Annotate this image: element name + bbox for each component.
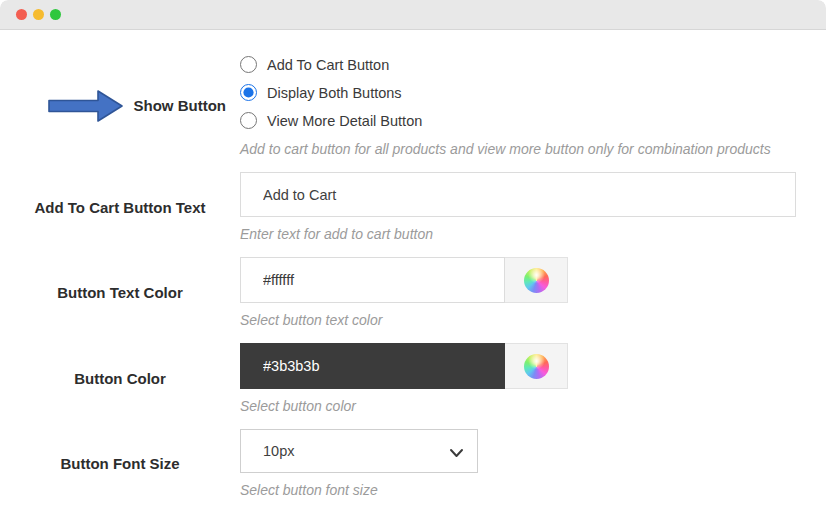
radio-display-both-label: Display Both Buttons: [267, 85, 402, 101]
settings-form: Show Button Add To Cart Button Display B…: [0, 30, 826, 498]
show-button-label-cell: Show Button: [0, 54, 240, 157]
button-color-row: Button Color Select button color: [0, 343, 796, 414]
button-font-size-help: Select button font size: [240, 482, 796, 498]
add-to-cart-text-input[interactable]: [240, 172, 796, 217]
close-button[interactable]: [16, 9, 27, 20]
button-text-color-row: Button Text Color Select button text col…: [0, 257, 796, 328]
add-to-cart-text-label: Add To Cart Button Text: [34, 199, 205, 216]
button-text-color-picker-button[interactable]: [505, 257, 568, 303]
button-text-color-label-cell: Button Text Color: [0, 257, 240, 328]
button-color-label-cell: Button Color: [0, 343, 240, 414]
add-to-cart-text-help: Enter text for add to cart button: [240, 226, 796, 242]
radio-view-more-detail-button[interactable]: View More Detail Button: [240, 112, 796, 129]
radio-add-to-cart-label: Add To Cart Button: [267, 57, 389, 73]
button-font-size-row: Button Font Size 10px Select button font…: [0, 429, 796, 498]
highlight-arrow-icon: [48, 89, 124, 123]
show-button-radio-group: Add To Cart Button Display Both Buttons …: [240, 54, 796, 129]
show-button-help-text: Add to cart button for all products and …: [240, 141, 796, 157]
titlebar: [0, 0, 826, 30]
radio-display-both-buttons[interactable]: Display Both Buttons: [240, 84, 796, 101]
button-color-label: Button Color: [74, 370, 166, 387]
button-color-group: [240, 343, 568, 389]
button-font-size-label: Button Font Size: [60, 455, 179, 472]
button-text-color-help: Select button text color: [240, 312, 796, 328]
radio-add-to-cart-input[interactable]: [240, 56, 257, 73]
add-to-cart-text-row: Add To Cart Button Text Enter text for a…: [0, 172, 796, 242]
button-font-size-select[interactable]: 10px: [240, 429, 478, 473]
add-to-cart-text-label-cell: Add To Cart Button Text: [0, 172, 240, 242]
radio-view-more-input[interactable]: [240, 112, 257, 129]
button-text-color-input[interactable]: [240, 257, 505, 303]
button-text-color-label: Button Text Color: [57, 284, 183, 301]
button-font-size-label-cell: Button Font Size: [0, 429, 240, 498]
radio-display-both-input[interactable]: [240, 84, 257, 101]
minimize-button[interactable]: [33, 9, 44, 20]
button-text-color-group: [240, 257, 568, 303]
button-color-input[interactable]: [240, 343, 505, 389]
settings-window: Show Button Add To Cart Button Display B…: [0, 0, 826, 522]
show-button-label: Show Button: [134, 97, 226, 114]
show-button-row: Show Button Add To Cart Button Display B…: [0, 54, 796, 157]
radio-view-more-label: View More Detail Button: [267, 113, 422, 129]
button-color-help: Select button color: [240, 398, 796, 414]
color-wheel-icon: [524, 268, 549, 293]
color-wheel-icon: [524, 354, 549, 379]
radio-add-to-cart-button[interactable]: Add To Cart Button: [240, 56, 796, 73]
zoom-button[interactable]: [50, 9, 61, 20]
button-color-picker-button[interactable]: [505, 343, 568, 389]
